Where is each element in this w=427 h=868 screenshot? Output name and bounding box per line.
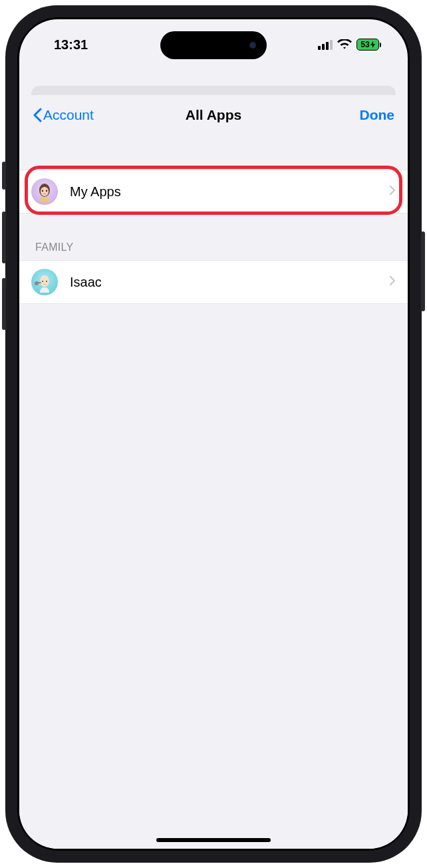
status-time: 13:31	[54, 37, 88, 53]
dynamic-island	[160, 31, 267, 59]
nav-bar: Account All Apps Done	[19, 95, 408, 135]
my-apps-label: My Apps	[70, 184, 389, 200]
phone-button-volume-up	[2, 212, 6, 263]
back-label: Account	[43, 107, 94, 123]
chevron-right-icon	[389, 275, 396, 289]
svg-point-2	[42, 190, 43, 192]
avatar-family-member	[31, 269, 58, 295]
chevron-right-icon	[389, 185, 396, 198]
page-title: All Apps	[112, 107, 315, 123]
modal-sheet: Account All Apps Done	[19, 95, 408, 849]
back-button[interactable]: Account	[33, 107, 112, 123]
cellular-icon	[318, 40, 333, 50]
home-indicator[interactable]	[156, 838, 271, 842]
svg-point-5	[42, 281, 43, 282]
family-member-label: Isaac	[70, 275, 389, 290]
svg-point-3	[46, 190, 47, 192]
svg-point-6	[46, 281, 47, 282]
svg-point-1	[41, 187, 49, 196]
chevron-left-icon	[33, 108, 42, 122]
svg-rect-8	[37, 282, 41, 283]
done-button[interactable]: Done	[315, 107, 394, 123]
wifi-icon	[337, 39, 352, 50]
avatar-user	[31, 178, 58, 205]
phone-button-power	[421, 231, 425, 311]
phone-button-silence	[2, 162, 6, 190]
family-section-header: FAMILY	[19, 241, 408, 260]
phone-button-volume-down	[2, 278, 6, 330]
my-apps-row[interactable]: My Apps	[19, 170, 408, 214]
phone-frame: 13:31 53	[5, 5, 422, 863]
screen: 13:31 53	[19, 19, 408, 849]
family-member-row[interactable]: Isaac	[19, 260, 408, 304]
battery-icon: 53	[356, 39, 381, 51]
